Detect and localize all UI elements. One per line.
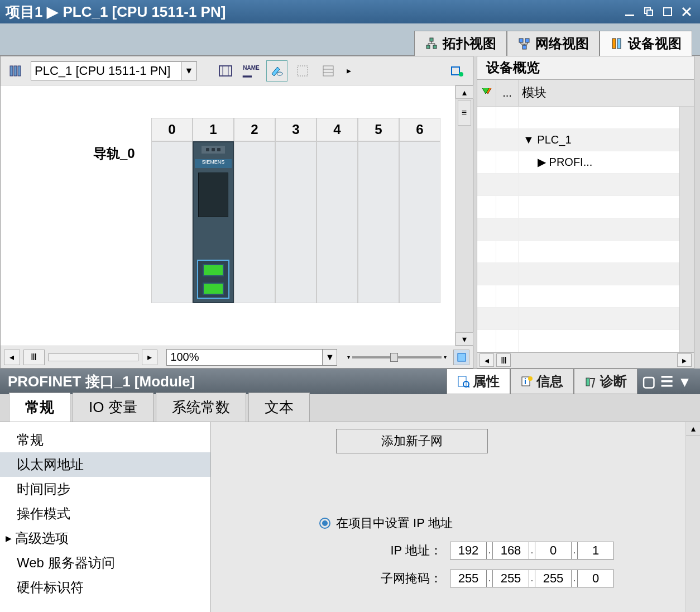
nav-operation-mode[interactable]: 操作模式 xyxy=(0,501,210,526)
maximize-icon[interactable] xyxy=(660,4,675,20)
overview-col-module[interactable]: 模块 xyxy=(519,80,694,106)
tab-sysconst[interactable]: 系统常数 xyxy=(156,393,246,422)
slot-2[interactable] xyxy=(234,141,275,303)
highlight-icon[interactable] xyxy=(266,60,287,82)
device-selector-input[interactable] xyxy=(31,61,181,80)
inspector-pod-diagnostics[interactable]: 诊断 xyxy=(574,369,637,394)
scroll-up-icon[interactable]: ▴ xyxy=(456,85,473,99)
slider-knob-icon[interactable] xyxy=(390,353,398,362)
overview-row[interactable] xyxy=(477,285,694,308)
slot-6[interactable] xyxy=(399,141,440,303)
ip-octet-input[interactable] xyxy=(577,542,614,560)
device-canvas[interactable]: 0 1 2 3 4 5 6 导轨_0 SIEMENS xyxy=(1,85,455,346)
plc-profinet-ports[interactable] xyxy=(197,260,229,299)
scroll-right-icon[interactable]: ▸ xyxy=(677,353,692,367)
slot-4[interactable] xyxy=(317,141,358,303)
overview-vscrollbar[interactable] xyxy=(679,107,694,352)
overview-row[interactable] xyxy=(477,330,694,352)
inspector-pod-info[interactable]: i 信息 xyxy=(510,369,574,394)
nav-general[interactable]: 常规 xyxy=(0,428,210,452)
slot-3[interactable] xyxy=(275,141,317,303)
scroll-right-icon[interactable]: ▸ xyxy=(142,350,158,365)
overview-row[interactable] xyxy=(477,107,694,129)
scroll-handle-icon[interactable]: ≡ xyxy=(458,100,471,126)
ip-octet-input[interactable] xyxy=(450,542,487,560)
plc-brand-label: SIEMENS xyxy=(195,159,232,168)
more-icon[interactable]: ▸ xyxy=(343,60,354,82)
rack-icon[interactable] xyxy=(5,60,26,82)
name-icon[interactable]: NAME▂▂ xyxy=(241,60,262,82)
overview-row[interactable] xyxy=(477,263,694,285)
nav-advanced-options[interactable]: 高级选项 xyxy=(0,526,210,551)
ip-octet-input[interactable] xyxy=(492,542,529,560)
overview-row[interactable] xyxy=(477,174,694,196)
grid-icon[interactable] xyxy=(292,60,313,82)
scroll-down-icon[interactable]: ▾ xyxy=(456,332,473,346)
fit-window-icon[interactable] xyxy=(453,350,469,365)
radio-set-ip-in-project[interactable]: 在项目中设置 IP 地址 xyxy=(319,515,672,532)
inspector-pod-properties-label: 属性 xyxy=(473,372,500,390)
slider-track[interactable] xyxy=(352,356,442,358)
tab-device[interactable]: 设备视图 xyxy=(600,31,692,56)
inspector-pod-diagnostics-label: 诊断 xyxy=(600,372,627,390)
layout-icon[interactable]: ☰ xyxy=(659,374,674,389)
nav-hardware-id[interactable]: 硬件标识符 xyxy=(0,575,210,600)
mask-input-group[interactable]: . . . xyxy=(450,570,614,587)
scroll-handle-icon[interactable]: Ⅲ xyxy=(23,350,45,365)
overview-row[interactable]: ▼ PLC_1 xyxy=(477,129,694,151)
scroll-left-icon[interactable]: ◂ xyxy=(4,350,20,365)
rail-body: SIEMENS xyxy=(151,141,440,303)
zoom-input[interactable] xyxy=(166,349,323,366)
mask-octet-input[interactable] xyxy=(577,570,614,587)
scroll-handle-icon[interactable]: Ⅲ xyxy=(496,353,511,367)
chevron-down-icon[interactable]: ▾ xyxy=(677,374,692,389)
overview-row[interactable] xyxy=(477,308,694,330)
list-icon[interactable] xyxy=(318,60,339,82)
minimize-icon[interactable] xyxy=(622,4,637,20)
chevron-down-icon[interactable]: ▼ xyxy=(323,349,337,366)
scroll-left-icon[interactable]: ◂ xyxy=(480,353,494,367)
overview-row[interactable] xyxy=(477,196,694,218)
mask-octet-input[interactable] xyxy=(492,570,529,587)
inspector-pod-properties[interactable]: 属性 xyxy=(447,369,510,394)
form-vscrollbar[interactable]: ▴ xyxy=(685,422,700,612)
overview-hscrollbar[interactable]: ◂ Ⅲ ▸ xyxy=(477,353,694,369)
tab-general[interactable]: 常规 xyxy=(9,393,70,422)
zoom-to-fit-icon[interactable] xyxy=(215,60,236,82)
tab-text[interactable]: 文本 xyxy=(248,393,310,422)
overview-row[interactable] xyxy=(477,241,694,263)
diag-column-icon[interactable] xyxy=(477,80,496,106)
plc-module[interactable]: SIEMENS xyxy=(193,141,234,303)
ip-input-group[interactable]: . . . xyxy=(450,542,614,560)
device-canvas-pane: ▼ NAME▂▂ ▸ 0 1 2 3 4 5 6 xyxy=(0,56,473,369)
canvas-vscrollbar[interactable]: ▴ ≡ ▾ xyxy=(455,85,473,346)
mask-octet-input[interactable] xyxy=(450,570,487,587)
svg-rect-8 xyxy=(433,45,437,49)
overview-col-dots[interactable]: ... xyxy=(496,80,519,106)
mask-octet-input[interactable] xyxy=(535,570,572,587)
tab-topology[interactable]: 拓扑视图 xyxy=(414,31,507,56)
slot-0[interactable] xyxy=(151,141,193,303)
slot-5[interactable] xyxy=(358,141,399,303)
collapse-pane-icon[interactable]: ▢ xyxy=(641,374,656,389)
nav-ethernet-address[interactable]: 以太网地址 xyxy=(0,452,210,477)
tab-iovars[interactable]: IO 变量 xyxy=(73,393,154,422)
device-selector[interactable]: ▼ xyxy=(31,61,197,80)
tab-device-label: 设备视图 xyxy=(628,35,682,52)
ip-octet-input[interactable] xyxy=(535,542,572,560)
zoom-selector[interactable]: ▼ xyxy=(166,349,337,366)
nav-webserver-access[interactable]: Web 服务器访问 xyxy=(0,551,210,575)
overview-row[interactable] xyxy=(477,218,694,241)
hscroll-track[interactable] xyxy=(48,353,138,361)
chevron-down-icon[interactable]: ▼ xyxy=(181,61,197,80)
tab-network[interactable]: 网络视图 xyxy=(507,31,600,56)
scroll-up-icon[interactable]: ▴ xyxy=(686,422,700,436)
zoom-slider[interactable]: ▾ ▾ xyxy=(347,354,447,360)
add-subnet-button[interactable]: 添加新子网 xyxy=(336,429,488,453)
port-icon xyxy=(203,283,224,295)
close-icon[interactable] xyxy=(679,4,694,20)
catalog-icon[interactable] xyxy=(447,60,468,82)
overview-row[interactable]: ▶ PROFI... xyxy=(477,151,694,174)
restore-icon[interactable] xyxy=(641,4,656,20)
nav-time-sync[interactable]: 时间同步 xyxy=(0,477,210,501)
